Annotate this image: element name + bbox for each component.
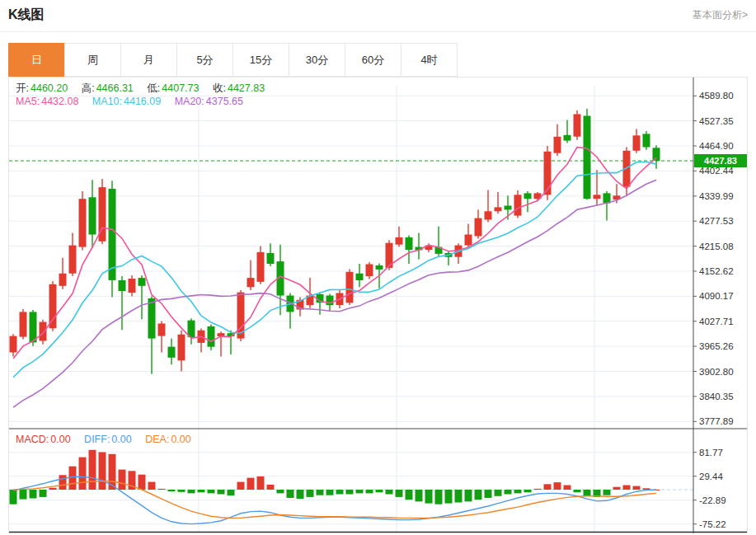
- page-header: K线图 基本面分析>: [0, 0, 756, 32]
- candle-body: [514, 195, 522, 215]
- macd-bar: [59, 475, 67, 490]
- tab-15min[interactable]: 15分: [232, 43, 289, 77]
- macd-bar: [495, 490, 502, 496]
- candle-body: [267, 253, 275, 264]
- y-axis-label: 4402.44: [699, 166, 734, 176]
- tab-week[interactable]: 周: [64, 43, 121, 77]
- tab-5min[interactable]: 5分: [176, 43, 233, 77]
- macd-bar: [49, 488, 57, 490]
- macd-bar: [455, 490, 463, 503]
- candle-body: [396, 237, 403, 245]
- tab-4hour[interactable]: 4时: [401, 43, 458, 77]
- macd-bar: [386, 490, 393, 495]
- macd-bar: [237, 482, 245, 490]
- macd-bar: [317, 490, 324, 495]
- candle-body: [584, 116, 591, 199]
- candle-body: [129, 279, 136, 293]
- macd-bar: [297, 490, 304, 499]
- y-axis-label: 3840.35: [699, 392, 734, 401]
- macd-bar: [366, 490, 373, 493]
- y-axis-label: 3965.26: [699, 341, 734, 351]
- y-axis-label: 4527.35: [699, 116, 734, 126]
- macd-bar: [247, 478, 255, 490]
- candle-body: [643, 134, 650, 147]
- candle-body: [59, 274, 67, 286]
- dea-value: DEA:0.00: [145, 434, 191, 445]
- macd-bar: [584, 490, 591, 496]
- candle-body: [326, 296, 334, 306]
- tab-month[interactable]: 月: [120, 43, 177, 77]
- y-axis-label: 4215.08: [699, 242, 734, 251]
- tab-60min[interactable]: 60分: [345, 43, 401, 77]
- candle-body: [30, 312, 37, 342]
- macd-bar: [336, 490, 344, 495]
- macd-bar: [148, 482, 156, 490]
- macd-bar: [178, 490, 185, 492]
- kline-chart[interactable]: 4589.804527.354464.904402.444339.994277.…: [9, 77, 747, 533]
- candle-body: [247, 278, 255, 287]
- candle-body: [594, 195, 601, 199]
- macd-bar: [20, 490, 27, 500]
- macd-bar: [89, 450, 96, 490]
- macd-bar: [485, 490, 492, 498]
- macd-bar: [218, 490, 225, 495]
- candle-body: [505, 206, 512, 210]
- y-axis-label: 3902.80: [699, 367, 734, 377]
- macd-bar: [40, 490, 47, 497]
- candle-body: [366, 265, 373, 277]
- macd-bar: [79, 458, 87, 490]
- macd-axis-label: 81.77: [699, 448, 723, 458]
- macd-bar: [267, 485, 275, 490]
- macd-bar: [613, 487, 621, 490]
- candle-body: [485, 211, 492, 219]
- candle-body: [356, 274, 364, 280]
- timeframe-tabs: 日 周 月 5分 15分 30分 60分 4时: [8, 43, 748, 77]
- ma-legend: MA5:4432.08 MA10:4416.09 MA20:4375.65: [16, 96, 254, 107]
- ma20-value: MA20:4375.65: [175, 96, 243, 107]
- macd-bar: [524, 490, 532, 492]
- macd-bar: [69, 467, 77, 490]
- tab-30min[interactable]: 30分: [289, 43, 345, 77]
- candle-body: [574, 115, 581, 137]
- candle-body: [20, 312, 27, 336]
- macd-bar: [376, 490, 383, 492]
- macd-bar: [119, 470, 126, 490]
- candle-body: [10, 336, 17, 353]
- open-value: 开:4460.20: [16, 82, 68, 94]
- candle-body: [119, 280, 126, 291]
- chart-container: 4589.804527.354464.904402.444339.994277.…: [8, 77, 748, 533]
- macd-bar: [10, 490, 17, 504]
- macd-value: MACD:0.00: [16, 434, 71, 445]
- macd-bar: [188, 490, 195, 493]
- candle-body: [544, 152, 552, 195]
- ohlc-legend: 开:4460.20 高:4466.31 低:4407.73 收:4427.83: [16, 82, 275, 94]
- candle-body: [148, 298, 156, 339]
- y-axis-label: 4277.53: [699, 216, 734, 226]
- candle-body: [524, 193, 532, 199]
- candle-body: [564, 135, 571, 141]
- fundamental-analysis-link[interactable]: 基本面分析>: [693, 8, 748, 22]
- candle-body: [168, 347, 176, 358]
- low-value: 低:4407.73: [147, 82, 199, 94]
- macd-bar: [257, 476, 265, 490]
- macd-bar: [287, 490, 294, 498]
- macd-bar: [574, 490, 581, 492]
- high-value: 高:4466.31: [82, 82, 134, 94]
- macd-axis-label: 29.44: [699, 472, 723, 481]
- tab-day[interactable]: 日: [8, 43, 65, 77]
- y-axis-label: 4589.80: [699, 91, 734, 101]
- macd-bar: [564, 486, 571, 490]
- macd-bar: [277, 490, 284, 493]
- y-axis-label: 4090.17: [699, 291, 734, 301]
- macd-bar: [435, 490, 443, 504]
- candle-body: [79, 199, 87, 246]
- macd-bar: [603, 490, 611, 495]
- macd-bar: [425, 490, 433, 504]
- macd-bar: [475, 490, 482, 500]
- macd-bar: [356, 490, 364, 493]
- diff-value: DIFF:0.00: [84, 434, 132, 445]
- candle-body: [554, 137, 561, 153]
- candle-body: [109, 189, 116, 280]
- macd-bar: [416, 490, 423, 501]
- macd-bar: [307, 490, 314, 497]
